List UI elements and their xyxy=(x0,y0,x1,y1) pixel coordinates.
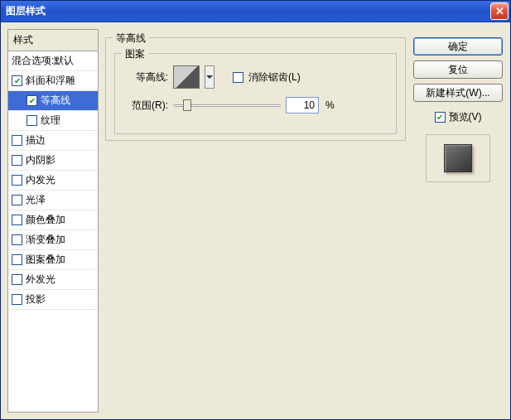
blend-options-row[interactable]: 混合选项:默认 xyxy=(8,51,98,71)
style-label: 内阴影 xyxy=(26,153,55,167)
contour-dropdown[interactable] xyxy=(205,65,215,89)
style-label: 颜色叠加 xyxy=(26,213,65,227)
antialias-label: 消除锯齿(L) xyxy=(248,70,301,84)
styles-panel: 样式 混合选项:默认 斜面和浮雕等高线纹理描边内阴影内发光光泽颜色叠加渐变叠加图… xyxy=(7,29,99,413)
style-row[interactable]: 图案叠加 xyxy=(8,250,98,270)
style-row[interactable]: 描边 xyxy=(8,131,98,151)
style-checkbox[interactable] xyxy=(12,155,22,166)
style-checkbox[interactable] xyxy=(12,75,22,86)
close-icon: ✕ xyxy=(495,5,504,17)
style-label: 等高线 xyxy=(41,94,70,108)
style-checkbox[interactable] xyxy=(12,274,22,285)
style-row[interactable]: 内发光 xyxy=(8,171,98,191)
style-checkbox[interactable] xyxy=(12,234,22,245)
preview-check-row: 预览(V) xyxy=(435,110,482,124)
style-label: 投影 xyxy=(26,292,46,307)
style-row[interactable]: 斜面和浮雕 xyxy=(8,71,98,91)
style-checkbox[interactable] xyxy=(12,215,22,225)
contour-label: 等高线: xyxy=(123,70,168,84)
style-row[interactable]: 颜色叠加 xyxy=(8,210,98,230)
new-style-button[interactable]: 新建样式(W)... xyxy=(413,84,503,102)
style-label: 斜面和浮雕 xyxy=(26,74,75,88)
style-label: 外发光 xyxy=(26,273,55,287)
style-checkbox[interactable] xyxy=(12,195,22,205)
style-checkbox[interactable] xyxy=(12,135,22,146)
antialias-checkbox[interactable] xyxy=(233,72,243,83)
style-label: 渐变叠加 xyxy=(26,233,65,247)
contour-group-title: 等高线 xyxy=(113,31,149,46)
style-label: 光泽 xyxy=(26,193,46,207)
preview-swatch xyxy=(444,144,472,172)
range-unit: % xyxy=(325,99,335,111)
slider-thumb[interactable] xyxy=(183,99,191,111)
preview-checkbox[interactable] xyxy=(435,112,446,123)
contour-picker[interactable] xyxy=(173,65,200,89)
preview-box xyxy=(426,134,490,182)
close-button[interactable]: ✕ xyxy=(490,2,509,20)
preview-label: 预览(V) xyxy=(449,110,482,124)
style-checkbox[interactable] xyxy=(27,115,37,126)
style-checkbox[interactable] xyxy=(12,175,22,186)
style-row[interactable]: 纹理 xyxy=(8,111,98,131)
style-row[interactable]: 光泽 xyxy=(8,191,98,210)
range-slider[interactable] xyxy=(173,98,281,113)
range-label: 范围(R): xyxy=(123,99,168,113)
style-row[interactable]: 内阴影 xyxy=(8,151,98,171)
settings-panel: 等高线 图案 等高线: 消除锯齿(L) 范围(R): xyxy=(105,29,406,413)
contour-group: 等高线 图案 等高线: 消除锯齿(L) 范围(R): xyxy=(105,37,406,141)
style-label: 描边 xyxy=(26,133,46,147)
style-row[interactable]: 外发光 xyxy=(8,270,98,290)
action-panel: 确定 复位 新建样式(W)... 预览(V) xyxy=(412,29,504,413)
style-label: 纹理 xyxy=(41,113,60,128)
window-title: 图层样式 xyxy=(6,4,490,18)
style-label: 图案叠加 xyxy=(26,253,65,267)
style-row[interactable]: 渐变叠加 xyxy=(8,230,98,250)
style-checkbox[interactable] xyxy=(12,294,22,305)
range-row: 范围(R): % xyxy=(123,97,388,113)
content-area: 样式 混合选项:默认 斜面和浮雕等高线纹理描边内阴影内发光光泽颜色叠加渐变叠加图… xyxy=(1,22,510,419)
style-checkbox[interactable] xyxy=(12,254,22,265)
titlebar: 图层样式 ✕ xyxy=(1,1,510,22)
style-row[interactable]: 投影 xyxy=(8,290,98,310)
styles-header[interactable]: 样式 xyxy=(8,30,98,51)
ok-button[interactable]: 确定 xyxy=(413,37,503,56)
style-checkbox[interactable] xyxy=(27,95,37,106)
layer-style-dialog: 图层样式 ✕ 样式 混合选项:默认 斜面和浮雕等高线纹理描边内阴影内发光光泽颜色… xyxy=(0,0,511,420)
reset-button[interactable]: 复位 xyxy=(413,60,503,79)
style-label: 内发光 xyxy=(26,173,55,187)
blend-options-label: 混合选项:默认 xyxy=(12,54,74,68)
range-input[interactable] xyxy=(286,97,319,113)
elements-fieldset: 图案 等高线: 消除锯齿(L) 范围(R): xyxy=(114,53,397,134)
elements-fieldset-title: 图案 xyxy=(122,47,148,61)
contour-row: 等高线: 消除锯齿(L) xyxy=(123,65,388,89)
style-row[interactable]: 等高线 xyxy=(8,91,98,111)
